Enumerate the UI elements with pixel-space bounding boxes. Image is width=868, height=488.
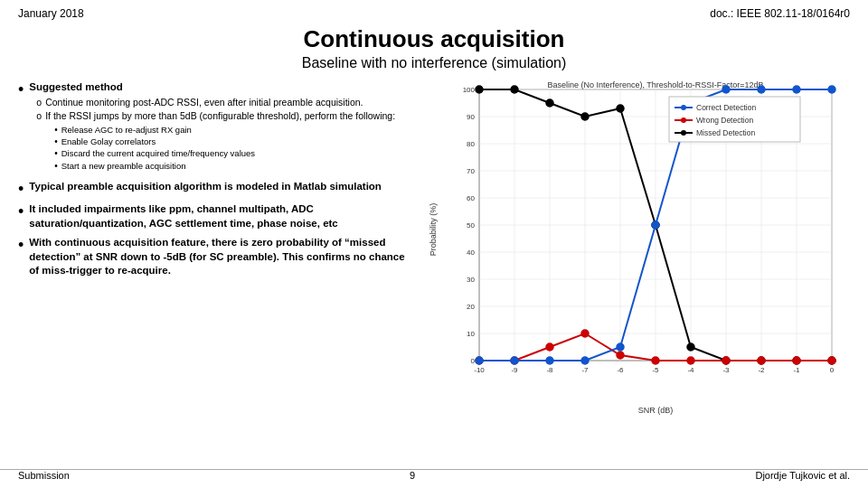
svg-text:-5: -5 bbox=[652, 366, 659, 374]
svg-text:-1: -1 bbox=[793, 366, 800, 374]
svg-text:-7: -7 bbox=[581, 366, 589, 374]
svg-text:-10: -10 bbox=[474, 366, 485, 374]
svg-text:80: 80 bbox=[467, 140, 475, 148]
svg-point-71 bbox=[511, 357, 518, 364]
bullet-3: • It included impairments like ppm, chan… bbox=[18, 202, 411, 230]
svg-point-63 bbox=[617, 352, 624, 359]
svg-text:30: 30 bbox=[467, 276, 475, 284]
svg-text:10: 10 bbox=[467, 330, 475, 338]
svg-point-48 bbox=[476, 86, 483, 93]
svg-point-49 bbox=[511, 86, 518, 93]
mini-text-1: Release AGC to re-adjust RX gain bbox=[61, 125, 192, 136]
svg-text:90: 90 bbox=[467, 113, 475, 121]
footer: Submission 9 Djordje Tujkovic et al. bbox=[0, 469, 868, 481]
svg-point-54 bbox=[687, 343, 694, 351]
sub-bullet-1-2: o If the RSSI jumps by more than 5dB (co… bbox=[36, 110, 411, 173]
footer-right: Djordje Tujkovic et al. bbox=[755, 470, 850, 481]
bullet-dot-4: • bbox=[18, 237, 24, 253]
svg-text:50: 50 bbox=[467, 221, 475, 230]
footer-center: 9 bbox=[410, 470, 415, 481]
subtitle: Baseline with no interference (simulatio… bbox=[0, 55, 868, 71]
svg-point-67 bbox=[758, 357, 765, 364]
svg-point-64 bbox=[652, 357, 659, 364]
bullet-content-3: It included impairments like ppm, channe… bbox=[29, 202, 411, 230]
svg-point-61 bbox=[546, 343, 553, 351]
bullet-title-1: Suggested method bbox=[29, 80, 411, 95]
svg-text:40: 40 bbox=[467, 249, 475, 257]
svg-text:Correct Detection: Correct Detection bbox=[696, 103, 756, 112]
mini-bullets: • Release AGC to re-adjust RX gain • Ena… bbox=[54, 125, 395, 172]
left-column: • Suggested method o Continue monitoring… bbox=[18, 80, 420, 418]
svg-point-75 bbox=[652, 221, 659, 229]
svg-point-86 bbox=[681, 117, 686, 123]
svg-point-68 bbox=[793, 357, 800, 364]
main-title: Continuous acquisition bbox=[0, 25, 868, 53]
mini-bullet-4: • Start a new preamble acquisition bbox=[54, 161, 395, 172]
svg-point-52 bbox=[617, 105, 624, 112]
bullet-1: • Suggested method o Continue monitoring… bbox=[18, 80, 411, 174]
svg-text:-4: -4 bbox=[687, 366, 694, 374]
svg-point-74 bbox=[617, 343, 624, 351]
svg-point-89 bbox=[681, 130, 686, 136]
header-right: doc.: IEEE 802.11-18/0164r0 bbox=[710, 7, 850, 20]
svg-text:Baseline (No Interference), Th: Baseline (No Interference), Threshold-to… bbox=[547, 80, 763, 89]
bullet-title-2: Typical preamble acquisition algorithm i… bbox=[29, 180, 411, 194]
sub-bullet-1-1: o Continue monitoring post-ADC RSSI, eve… bbox=[36, 97, 411, 109]
svg-point-78 bbox=[758, 86, 765, 93]
svg-point-50 bbox=[546, 99, 553, 107]
sub-bullets-1: o Continue monitoring post-ADC RSSI, eve… bbox=[36, 97, 411, 174]
svg-point-70 bbox=[476, 357, 483, 364]
sub-marker-1-2: o bbox=[36, 110, 42, 173]
sub-text-1-1: Continue monitoring post-ADC RSSI, even … bbox=[45, 97, 363, 109]
svg-text:60: 60 bbox=[467, 194, 475, 202]
sub-text-1-2: If the RSSI jumps by more than 5dB (conf… bbox=[45, 110, 395, 123]
svg-point-65 bbox=[687, 357, 694, 364]
mini-text-3: Discard the current acquired time/freque… bbox=[61, 148, 255, 159]
svg-point-69 bbox=[828, 357, 835, 364]
svg-text:Missed Detection: Missed Detection bbox=[696, 128, 755, 137]
svg-point-51 bbox=[581, 113, 589, 120]
mini-dot-1: • bbox=[54, 125, 58, 135]
svg-text:SNR (dB): SNR (dB) bbox=[638, 406, 674, 415]
svg-point-83 bbox=[681, 105, 686, 110]
svg-text:Wrong Detection: Wrong Detection bbox=[696, 116, 753, 125]
bullet-dot-3: • bbox=[18, 203, 24, 220]
bullet-title-3: It included impairments like ppm, channe… bbox=[29, 202, 411, 230]
mini-dot-2: • bbox=[54, 136, 58, 146]
bullet-content-2: Typical preamble acquisition algorithm i… bbox=[29, 180, 411, 194]
mini-dot-3: • bbox=[54, 148, 58, 158]
svg-text:20: 20 bbox=[467, 303, 475, 311]
bullet-content-4: With continuous acquisition feature, the… bbox=[29, 236, 411, 278]
bullet-dot-2: • bbox=[18, 181, 24, 197]
svg-text:-3: -3 bbox=[722, 366, 730, 374]
mini-bullet-3: • Discard the current acquired time/freq… bbox=[54, 148, 395, 159]
mini-text-4: Start a new preamble acquisition bbox=[61, 161, 186, 172]
mini-bullet-1: • Release AGC to re-adjust RX gain bbox=[54, 125, 395, 136]
svg-point-72 bbox=[546, 357, 553, 364]
svg-point-62 bbox=[581, 330, 589, 337]
chart-svg: Baseline (No Interference), Threshold-to… bbox=[425, 80, 850, 415]
svg-text:0: 0 bbox=[471, 357, 476, 365]
svg-text:70: 70 bbox=[467, 167, 475, 175]
svg-point-77 bbox=[722, 86, 730, 93]
svg-text:-9: -9 bbox=[511, 366, 518, 374]
svg-text:-6: -6 bbox=[617, 366, 624, 374]
svg-text:Probability (%): Probability (%) bbox=[429, 203, 438, 257]
header-left: January 2018 bbox=[18, 7, 84, 20]
bullet-dot-1: • bbox=[18, 81, 24, 98]
mini-bullet-2: • Enable Golay correlators bbox=[54, 136, 395, 147]
bullet-content-1: Suggested method o Continue monitoring p… bbox=[29, 80, 411, 174]
svg-text:-2: -2 bbox=[758, 366, 765, 374]
svg-point-79 bbox=[793, 86, 800, 93]
mini-dot-4: • bbox=[54, 161, 58, 171]
svg-point-73 bbox=[581, 357, 589, 364]
bullet-2: • Typical preamble acquisition algorithm… bbox=[18, 180, 411, 197]
svg-point-80 bbox=[828, 86, 835, 93]
svg-point-66 bbox=[722, 357, 730, 364]
svg-text:-8: -8 bbox=[546, 366, 553, 374]
svg-text:100: 100 bbox=[463, 86, 476, 94]
svg-text:0: 0 bbox=[830, 366, 835, 374]
sub-marker-1-1: o bbox=[36, 97, 42, 109]
bullet-title-4: With continuous acquisition feature, the… bbox=[29, 236, 411, 278]
mini-text-2: Enable Golay correlators bbox=[61, 136, 156, 147]
